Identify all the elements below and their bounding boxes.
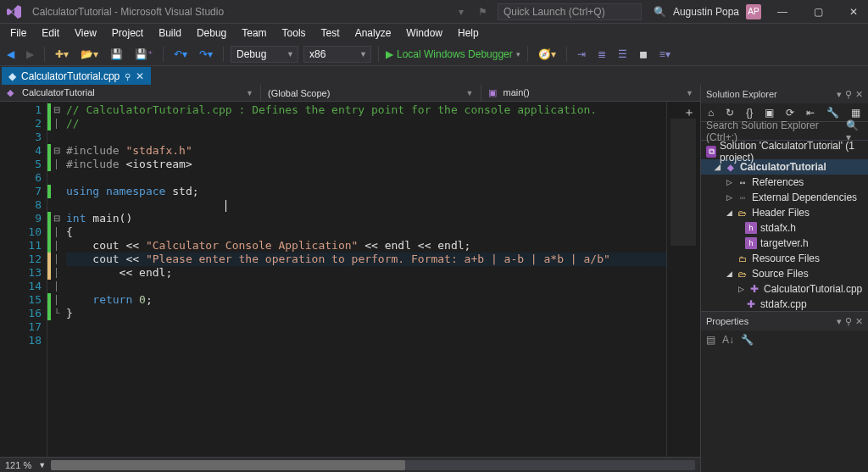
panel-dropdown-icon[interactable]: ▾ [837,89,842,100]
tree-stdafx-h[interactable]: h stdafx.h [701,220,868,236]
menu-team[interactable]: Team [235,25,273,41]
external-deps-icon: ▫▫ [737,192,748,203]
expander-icon[interactable]: ▷ [737,285,745,293]
search-icon[interactable]: 🔍▾ [846,119,863,143]
outlining-margin[interactable]: ⊟│ ⊟│ ⊟ │││ │││ └ [51,102,63,457]
expander-icon[interactable]: ◢ [725,269,733,278]
flag-icon[interactable]: ⚑ [476,6,491,18]
save-all-button[interactable]: 💾⁺ [131,47,156,62]
se-collapse-icon[interactable]: ⇤ [803,105,818,120]
menu-edit[interactable]: Edit [35,25,66,41]
new-project-button[interactable]: ✚▾ [52,47,72,62]
bookmark-icon[interactable]: ◼ [636,47,651,62]
tree-header-files[interactable]: ◢ 🗁 Header Files [701,205,868,220]
editor-body: 1 2 3 4 5 6 7 8 9 10 11 12 13 14 15 16 1… [0,102,700,457]
menu-file[interactable]: File [3,25,33,41]
properties-title[interactable]: Properties ▾ ⚲ ✕ [701,312,868,330]
save-button[interactable]: 💾 [107,47,126,62]
panel-dropdown-icon[interactable]: ▾ [837,316,842,327]
se-properties-icon[interactable]: 🔧 [823,105,843,120]
se-refresh-icon[interactable]: ⟳ [782,105,798,120]
tree-calculatortutorial-cpp[interactable]: ▷ ✚ CalculatorTutorial.cpp [701,281,868,297]
minimap[interactable]: ＋ [666,102,700,457]
nav-scope-combo[interactable]: (Global Scope)▼ [261,85,481,101]
se-home-icon[interactable]: ⌂ [704,105,717,120]
zoom-caret-icon[interactable]: ▼ [38,461,46,469]
menu-analyze[interactable]: Analyze [348,25,398,41]
browser-icon[interactable]: 🧭▾ [535,47,559,62]
folder-icon: 🗀 [737,253,748,264]
code-editor[interactable]: // CalculatorTutorial.cpp : Defines the … [63,102,666,457]
nav-forward-button[interactable]: ▶ [23,47,37,62]
file-tab-calculatortutorial[interactable]: ◆ CalculatorTutorial.cpp ⚲ ✕ [2,67,151,85]
solution-config-combo[interactable]: Debug▼ [231,46,298,63]
alphabetical-icon[interactable]: A↓ [722,334,734,346]
tree-external-deps[interactable]: ▷ ▫▫ External Dependencies [701,190,868,205]
horizontal-scrollbar[interactable] [51,460,695,470]
editor-area: ◆CalculatorTutorial▼ (Global Scope)▼ ▣ma… [0,85,700,472]
property-pages-icon[interactable]: 🔧 [741,334,754,346]
header-file-icon: h [745,222,757,234]
zoom-level[interactable]: 121 % [5,460,31,470]
menu-build[interactable]: Build [152,25,188,41]
maximize-button[interactable]: ▢ [804,2,832,22]
open-file-button[interactable]: 📂▾ [77,47,102,62]
panel-close-icon[interactable]: ✕ [855,89,863,100]
se-sync-icon[interactable]: ↻ [722,105,737,120]
tree-references[interactable]: ▷ ▪▪ References [701,175,868,190]
user-avatar[interactable]: AP [746,4,761,19]
tree-source-files[interactable]: ◢ 🗁 Source Files [701,266,868,281]
cpp-file-icon: ✚ [745,298,757,310]
menu-help[interactable]: Help [451,25,486,41]
menu-tools[interactable]: Tools [275,25,313,41]
search-icon[interactable]: 🔍 [654,6,666,18]
pin-icon[interactable]: ⚲ [125,72,131,81]
solution-explorer-title[interactable]: Solution Explorer ▾ ⚲ ✕ [701,85,868,103]
solution-platform-combo[interactable]: x86▼ [303,46,371,63]
panel-close-icon[interactable]: ✕ [855,316,863,327]
minimap-viewport[interactable] [670,119,696,246]
se-brace-icon[interactable]: {} [743,105,756,120]
nav-project-combo[interactable]: ◆CalculatorTutorial▼ [0,85,261,101]
properties-body[interactable] [701,349,868,472]
window-title: CalculatorTutorial - Microsoft Visual St… [29,6,224,18]
expander-icon[interactable]: ◢ [713,163,721,171]
step-icon[interactable]: ⇥ [574,47,589,62]
panel-pin-icon[interactable]: ⚲ [845,89,852,100]
tree-stdafx-cpp[interactable]: ✚ stdafx.cpp [701,297,868,311]
redo-button[interactable]: ↷▾ [196,47,216,62]
expander-icon[interactable]: ▷ [725,193,733,202]
expander-icon[interactable]: ▷ [725,178,733,186]
uncomment-icon[interactable]: ☰ [615,47,631,62]
menu-test[interactable]: Test [314,25,347,41]
close-button[interactable]: ✕ [839,2,868,22]
quick-launch-input[interactable]: Quick Launch (Ctrl+Q) [498,3,642,20]
tree-targetver-h[interactable]: h targetver.h [701,236,868,251]
expander-icon[interactable]: ◢ [725,208,733,217]
tree-solution[interactable]: ⧉ Solution 'CalculatorTutorial' (1 proje… [701,144,868,159]
menu-project[interactable]: Project [105,25,150,41]
se-showall-icon[interactable]: ▣ [761,105,777,120]
tree-resource-files[interactable]: 🗀 Resource Files [701,251,868,266]
line-number-gutter: 1 2 3 4 5 6 7 8 9 10 11 12 13 14 15 16 1… [0,102,47,457]
comment-icon[interactable]: ≣ [594,47,609,62]
menu-debug[interactable]: Debug [190,25,233,41]
notifications-icon[interactable]: ▾ [453,6,469,18]
start-debugging-button[interactable]: ▶Local Windows Debugger▾ [386,48,520,60]
format-icon[interactable]: ≡▾ [656,47,674,62]
panel-pin-icon[interactable]: ⚲ [845,316,852,327]
header-file-icon: h [745,237,757,249]
undo-button[interactable]: ↶▾ [170,47,191,62]
nav-member-combo[interactable]: ▣main()▼ [481,85,701,101]
solution-explorer-search[interactable]: Search Solution Explorer (Ctrl+;) 🔍▾ [701,122,868,141]
menu-window[interactable]: Window [399,25,449,41]
categorized-icon[interactable]: ▤ [706,334,715,346]
close-tab-icon[interactable]: ✕ [136,70,144,82]
minimize-button[interactable]: ― [768,2,797,22]
text-cursor [225,200,226,212]
menu-view[interactable]: View [68,25,103,41]
se-preview-icon[interactable]: ▦ [848,105,864,120]
scrollbar-thumb[interactable] [51,460,405,470]
nav-back-button[interactable]: ◀ [3,47,18,62]
user-name[interactable]: Augustin Popa [673,6,739,18]
